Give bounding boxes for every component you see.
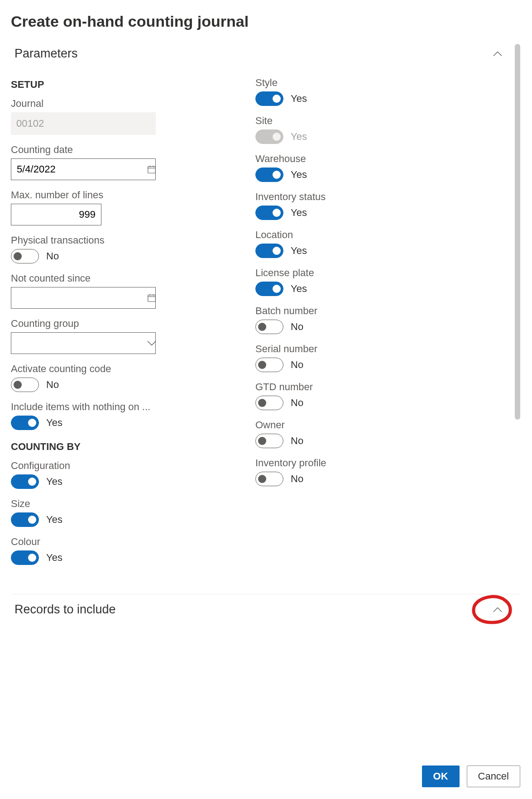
journal-input: 00102 <box>11 112 156 135</box>
counting-date-label: Counting date <box>11 144 187 156</box>
records-to-include-section-header[interactable]: Records to include <box>11 594 521 625</box>
counting-group-dropdown[interactable] <box>11 332 156 354</box>
calendar-icon[interactable] <box>147 287 157 308</box>
inventory-status-toggle[interactable] <box>255 206 283 220</box>
location-toggle[interactable] <box>255 244 283 258</box>
colour-text: Yes <box>46 552 62 564</box>
counting-group-label: Counting group <box>11 318 187 330</box>
not-counted-since-label: Not counted since <box>11 273 187 284</box>
ok-button[interactable]: OK <box>422 766 460 787</box>
svg-rect-0 <box>148 167 156 173</box>
activate-counting-code-text: No <box>46 379 59 391</box>
activate-counting-code-toggle[interactable] <box>11 378 39 392</box>
owner-text: No <box>291 435 303 447</box>
inventory-profile-label: Inventory profile <box>255 457 432 469</box>
records-to-include-title: Records to include <box>14 603 116 617</box>
counting-date-input[interactable] <box>11 158 156 180</box>
gtd-number-text: No <box>291 397 303 409</box>
include-items-label: Include items with nothing on ... <box>11 401 187 413</box>
license-plate-toggle[interactable] <box>255 282 283 296</box>
license-plate-text: Yes <box>291 283 307 295</box>
configuration-toggle[interactable] <box>11 474 39 489</box>
physical-transactions-toggle[interactable] <box>11 249 39 263</box>
site-text: Yes <box>291 131 307 143</box>
calendar-icon[interactable] <box>147 159 157 180</box>
chevron-down-icon[interactable] <box>147 333 157 354</box>
site-label: Site <box>255 115 432 127</box>
parameters-section-header[interactable]: Parameters <box>11 44 521 63</box>
journal-label: Journal <box>11 98 187 110</box>
batch-number-label: Batch number <box>255 305 432 317</box>
chevron-up-icon <box>492 48 503 59</box>
colour-label: Colour <box>11 536 187 548</box>
gtd-number-toggle[interactable] <box>255 396 283 410</box>
include-items-text: Yes <box>46 417 62 429</box>
counting-by-heading: COUNTING BY <box>11 441 187 453</box>
warehouse-text: Yes <box>291 169 307 181</box>
serial-number-label: Serial number <box>255 343 432 355</box>
max-lines-label: Max. number of lines <box>11 189 187 201</box>
not-counted-since-input[interactable] <box>11 287 156 309</box>
location-text: Yes <box>291 245 307 257</box>
max-lines-input[interactable] <box>11 204 101 225</box>
chevron-up-icon <box>492 604 503 615</box>
location-label: Location <box>255 229 432 241</box>
gtd-number-label: GTD number <box>255 381 432 393</box>
colour-toggle[interactable] <box>11 550 39 565</box>
scrollbar[interactable] <box>515 44 520 420</box>
size-toggle[interactable] <box>11 512 39 527</box>
not-counted-since-field[interactable] <box>11 287 147 308</box>
parameters-section-title: Parameters <box>14 47 78 61</box>
style-label: Style <box>255 77 432 89</box>
inventory-profile-toggle[interactable] <box>255 472 283 486</box>
license-plate-label: License plate <box>255 267 432 279</box>
site-toggle <box>255 129 283 144</box>
inventory-status-label: Inventory status <box>255 191 432 203</box>
activate-counting-code-label: Activate counting code <box>11 363 187 375</box>
owner-label: Owner <box>255 419 432 431</box>
owner-toggle[interactable] <box>255 434 283 448</box>
size-label: Size <box>11 498 187 510</box>
annotation-circle <box>469 594 514 626</box>
svg-rect-6 <box>148 295 156 302</box>
dialog-title: Create on-hand counting journal <box>11 13 521 30</box>
inventory-status-text: Yes <box>291 207 307 219</box>
setup-heading: SETUP <box>11 79 187 91</box>
serial-number-text: No <box>291 359 303 371</box>
counting-date-field[interactable] <box>11 159 147 180</box>
style-toggle[interactable] <box>255 91 283 106</box>
physical-transactions-text: No <box>46 250 59 262</box>
counting-group-field[interactable] <box>11 333 147 354</box>
batch-number-toggle[interactable] <box>255 320 283 334</box>
serial-number-toggle[interactable] <box>255 358 283 372</box>
inventory-profile-text: No <box>291 473 303 485</box>
batch-number-text: No <box>291 321 303 333</box>
scrollbar-thumb[interactable] <box>515 44 520 420</box>
size-text: Yes <box>46 514 62 526</box>
include-items-toggle[interactable] <box>11 416 39 430</box>
physical-transactions-label: Physical transactions <box>11 234 187 246</box>
configuration-text: Yes <box>46 476 62 488</box>
warehouse-toggle[interactable] <box>255 167 283 182</box>
configuration-label: Configuration <box>11 460 187 472</box>
warehouse-label: Warehouse <box>255 153 432 165</box>
cancel-button[interactable]: Cancel <box>467 766 520 787</box>
style-text: Yes <box>291 93 307 105</box>
